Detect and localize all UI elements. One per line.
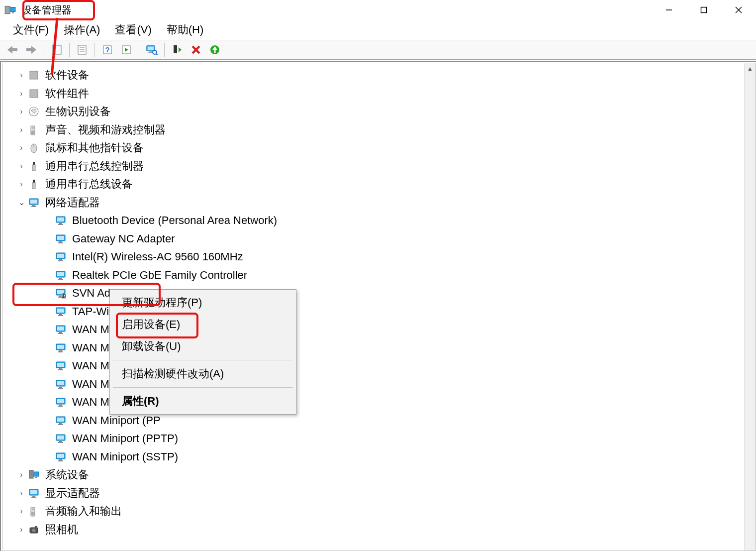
titlebar: 设备管理器	[0, 0, 756, 20]
tree-item-network-adapter[interactable]: Realtek PCIe GbE Family Controller	[2, 266, 745, 285]
context-update-driver[interactable]: 更新驱动程序(P)	[111, 292, 295, 314]
update-driver-button[interactable]	[206, 41, 223, 58]
tree-item-network-adapter[interactable]: WAN Miniport (SSTP)	[2, 448, 745, 466]
svg-rect-27	[701, 7, 707, 13]
device-icon	[54, 396, 67, 409]
back-button[interactable]	[4, 41, 21, 58]
properties-button[interactable]	[74, 41, 91, 58]
context-enable-device[interactable]: 启用设备(E)	[111, 314, 295, 335]
expander-icon[interactable]: ›	[15, 126, 27, 134]
tree-category[interactable]: ›生物识别设备	[2, 103, 745, 121]
show-hide-tree-button[interactable]	[48, 41, 65, 58]
svg-rect-47	[174, 45, 177, 53]
device-icon	[27, 123, 40, 136]
window-controls	[652, 0, 756, 20]
device-label: 声音、视频和游戏控制器	[44, 124, 167, 136]
toolbar-separator	[44, 43, 44, 57]
device-label: 软件设备	[44, 69, 90, 81]
device-icon	[27, 196, 40, 209]
vertical-scrollbar[interactable]: ▲	[744, 63, 756, 551]
device-icon	[27, 487, 40, 500]
device-label: WAN Miniport (SSTP)	[71, 451, 179, 463]
svg-line-46	[156, 54, 158, 55]
context-uninstall-device[interactable]: 卸载设备(U)	[111, 335, 295, 357]
tree-category[interactable]: ›通用串行总线设备	[2, 175, 745, 194]
device-icon	[54, 323, 67, 336]
tree-category[interactable]: ›系统设备	[2, 466, 745, 484]
device-label: Gateway NC Adapter	[71, 233, 176, 245]
tree-item-network-adapter[interactable]: Intel(R) Wireless-AC 9560 160MHz	[2, 248, 745, 266]
tree-category[interactable]: ›鼠标和其他指针设备	[2, 139, 745, 157]
tree-item-network-adapter[interactable]: Gateway NC Adapter	[2, 230, 745, 248]
device-icon	[54, 341, 67, 354]
expander-icon[interactable]: ›	[15, 507, 27, 515]
tree-category[interactable]: ›显示适配器	[2, 484, 745, 503]
expander-icon[interactable]: ›	[15, 144, 27, 152]
toolbar-separator	[69, 43, 70, 57]
tree-category[interactable]: ›声音、视频和游戏控制器	[2, 121, 745, 139]
svg-marker-31	[26, 46, 36, 54]
tree-category-network[interactable]: ⌄网络适配器	[2, 194, 745, 212]
device-label: 照相机	[44, 524, 79, 536]
expander-icon[interactable]: ›	[15, 90, 27, 98]
device-icon	[27, 468, 40, 481]
device-icon	[27, 523, 40, 536]
expander-icon[interactable]: ›	[15, 526, 27, 534]
expander-icon[interactable]: ›	[15, 71, 27, 79]
menu-action[interactable]: 操作(A)	[58, 20, 106, 39]
toolbar: ?	[0, 40, 756, 60]
device-icon	[27, 141, 40, 154]
device-icon	[27, 505, 40, 518]
toolbar-separator	[164, 43, 165, 57]
device-label: 显示适配器	[44, 487, 101, 499]
device-icon	[54, 214, 67, 227]
svg-rect-37	[78, 45, 86, 54]
uninstall-device-button[interactable]	[188, 41, 204, 58]
scan-hardware-button[interactable]	[143, 41, 160, 58]
menu-file[interactable]: 文件(F)	[7, 20, 55, 39]
device-icon	[27, 87, 40, 100]
help-button[interactable]: ?	[99, 41, 116, 58]
action-list-button[interactable]	[118, 41, 135, 58]
device-icon	[54, 305, 67, 318]
device-icon	[27, 178, 40, 191]
toolbar-separator	[139, 43, 139, 57]
forward-button[interactable]	[23, 41, 40, 58]
expander-icon[interactable]: ›	[15, 489, 27, 497]
menu-help[interactable]: 帮助(H)	[161, 20, 210, 39]
context-scan-hardware[interactable]: 扫描检测硬件改动(A)	[111, 363, 295, 385]
tree-category[interactable]: ›通用串行总线控制器	[2, 157, 745, 176]
expander-icon[interactable]: ⌄	[15, 199, 27, 207]
context-menu: 更新驱动程序(P) 启用设备(E) 卸载设备(U) 扫描检测硬件改动(A) 属性…	[109, 289, 296, 415]
expander-icon[interactable]: ›	[15, 108, 27, 115]
tree-category[interactable]: ›软件设备	[2, 66, 745, 85]
maximize-button[interactable]	[686, 0, 721, 20]
menu-view[interactable]: 查看(V)	[109, 20, 157, 39]
device-icon	[54, 287, 67, 300]
tree-item-network-adapter[interactable]: Bluetooth Device (Personal Area Network)	[2, 212, 745, 230]
toolbar-separator	[94, 43, 95, 57]
minimize-button[interactable]	[652, 0, 686, 20]
tree-category[interactable]: ›音频输入和输出	[2, 502, 745, 521]
device-label: 系统设备	[44, 469, 90, 481]
tree-item-network-adapter[interactable]: WAN Miniport (PPTP)	[2, 430, 745, 448]
device-icon	[54, 250, 67, 263]
tree-category[interactable]: ›软件组件	[2, 85, 745, 103]
context-separator	[113, 360, 293, 360]
scroll-up-button[interactable]: ▲	[745, 63, 756, 74]
svg-text:?: ?	[105, 46, 110, 54]
context-properties[interactable]: 属性(R)	[111, 390, 295, 412]
device-icon	[27, 105, 40, 118]
device-icon	[27, 160, 40, 173]
expander-icon[interactable]: ›	[15, 180, 27, 188]
svg-marker-48	[179, 47, 182, 52]
device-icon	[54, 269, 67, 282]
expander-icon[interactable]: ›	[15, 162, 27, 170]
device-label: 鼠标和其他指针设备	[44, 142, 145, 154]
close-button[interactable]	[721, 0, 756, 20]
tree-category[interactable]: ›照相机	[2, 521, 745, 539]
device-label: WAN Miniport (PPTP)	[71, 433, 179, 444]
svg-marker-30	[7, 46, 17, 54]
enable-device-button[interactable]	[169, 41, 186, 58]
expander-icon[interactable]: ›	[15, 471, 27, 479]
